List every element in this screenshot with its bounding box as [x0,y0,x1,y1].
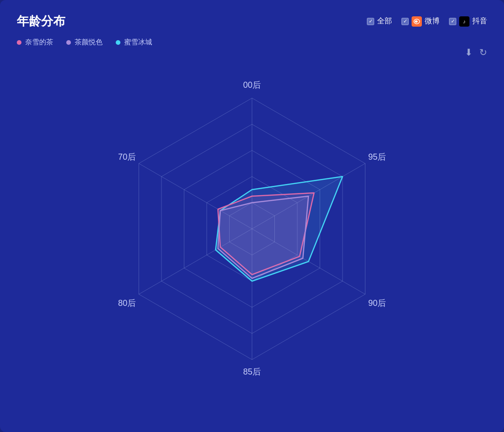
filter-all[interactable]: 全部 [367,16,392,26]
axis-label-00hou: 00后 [243,80,261,90]
legend-chayan-label: 茶颜悦色 [75,38,103,47]
axis-label-80hou: 80后 [118,298,136,308]
legend-naxue-label: 奈雪的茶 [25,38,53,47]
legend-mixue: 蜜雪冰城 [116,38,152,47]
dashboard-container: 年龄分布 全部 微博 ♪ 抖音 [0,0,504,432]
filter-weibo[interactable]: 微博 [401,16,440,27]
axis-label-85hou: 85后 [243,367,261,376]
legend-dot-naxue [17,40,21,45]
checkbox-weibo[interactable] [401,18,409,25]
legend-row: 奈雪的茶 茶颜悦色 蜜雪冰城 [17,38,487,47]
legend-dot-chayan [66,40,71,45]
douyin-icon: ♪ [459,16,469,27]
legend-dot-mixue [116,40,120,45]
page-title: 年龄分布 [17,13,65,29]
legend-naxue: 奈雪的茶 [17,38,53,47]
axis-label-95hou: 95后 [368,152,386,162]
filter-weibo-label: 微博 [425,16,440,26]
svg-point-1 [415,20,418,22]
radar-chart-svg: 00后 95后 90后 85后 80后 70后 [89,70,415,388]
checkbox-all[interactable] [367,18,374,25]
axis-label-70hou: 70后 [118,152,136,162]
weibo-icon [412,16,422,27]
axis-label-90hou: 90后 [368,298,386,308]
legend-chayan: 茶颜悦色 [66,38,103,47]
filter-douyin[interactable]: ♪ 抖音 [449,16,487,27]
filter-all-label: 全部 [377,16,392,26]
checkbox-douyin[interactable] [449,18,456,25]
filter-group: 全部 微博 ♪ 抖音 [367,16,487,27]
radar-chart-area: 00后 95后 90后 85后 80后 70后 [17,51,487,406]
filter-douyin-label: 抖音 [472,16,487,26]
header: 年龄分布 全部 微博 ♪ 抖音 [17,13,487,29]
legend-mixue-label: 蜜雪冰城 [124,38,152,47]
